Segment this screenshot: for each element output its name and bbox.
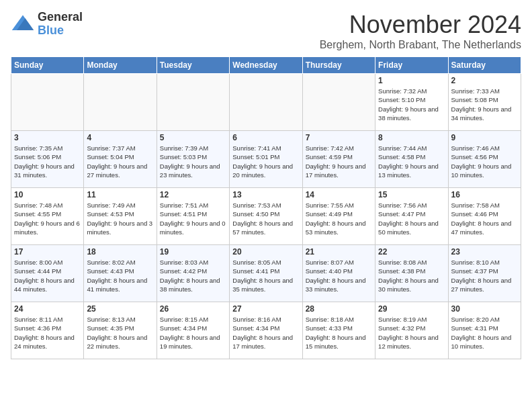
- day-info: Sunrise: 7:58 AM Sunset: 4:46 PM Dayligh…: [451, 201, 518, 236]
- calendar-cell: 5Sunrise: 7:39 AM Sunset: 5:03 PM Daylig…: [157, 131, 229, 188]
- day-number: 4: [87, 133, 153, 142]
- day-number: 26: [160, 304, 226, 314]
- calendar-cell: 27Sunrise: 8:16 AM Sunset: 4:34 PM Dayli…: [230, 302, 302, 359]
- day-number: 27: [232, 304, 299, 314]
- calendar-cell: 30Sunrise: 8:20 AM Sunset: 4:31 PM Dayli…: [448, 302, 521, 359]
- day-info: Sunrise: 8:10 AM Sunset: 4:37 PM Dayligh…: [451, 258, 518, 293]
- calendar-cell: 9Sunrise: 7:46 AM Sunset: 4:56 PM Daylig…: [448, 131, 521, 188]
- day-number: 21: [306, 247, 372, 257]
- logo-blue-text: Blue: [38, 24, 83, 38]
- logo: General Blue: [11, 11, 83, 38]
- calendar-cell: [11, 74, 84, 131]
- day-number: 14: [306, 190, 372, 199]
- day-info: Sunrise: 8:19 AM Sunset: 4:32 PM Dayligh…: [378, 315, 445, 351]
- day-info: Sunrise: 7:32 AM Sunset: 5:10 PM Dayligh…: [378, 87, 445, 122]
- calendar-cell: [230, 74, 302, 131]
- calendar-cell: 14Sunrise: 7:55 AM Sunset: 4:49 PM Dayli…: [302, 188, 375, 245]
- weekday-header-sunday: Sunday: [11, 57, 84, 74]
- day-number: 11: [87, 190, 153, 199]
- calendar-cell: 25Sunrise: 8:13 AM Sunset: 4:35 PM Dayli…: [84, 302, 157, 359]
- day-info: Sunrise: 7:55 AM Sunset: 4:49 PM Dayligh…: [306, 201, 372, 236]
- day-number: 2: [451, 76, 518, 85]
- calendar-cell: 2Sunrise: 7:33 AM Sunset: 5:08 PM Daylig…: [448, 74, 521, 131]
- day-info: Sunrise: 7:41 AM Sunset: 5:01 PM Dayligh…: [232, 144, 299, 179]
- day-info: Sunrise: 8:11 AM Sunset: 4:36 PM Dayligh…: [14, 315, 81, 351]
- calendar-cell: 17Sunrise: 8:00 AM Sunset: 4:44 PM Dayli…: [11, 245, 84, 302]
- day-info: Sunrise: 7:42 AM Sunset: 4:59 PM Dayligh…: [306, 144, 372, 179]
- day-number: 8: [378, 133, 445, 142]
- calendar-cell: 29Sunrise: 8:19 AM Sunset: 4:32 PM Dayli…: [375, 302, 448, 359]
- calendar-cell: 23Sunrise: 8:10 AM Sunset: 4:37 PM Dayli…: [448, 245, 521, 302]
- calendar-cell: 6Sunrise: 7:41 AM Sunset: 5:01 PM Daylig…: [230, 131, 302, 188]
- day-number: 1: [378, 76, 445, 85]
- month-title: November 2024: [320, 11, 521, 39]
- day-info: Sunrise: 8:00 AM Sunset: 4:44 PM Dayligh…: [14, 258, 81, 293]
- weekday-header-monday: Monday: [84, 57, 157, 74]
- week-row-4: 17Sunrise: 8:00 AM Sunset: 4:44 PM Dayli…: [11, 245, 521, 302]
- day-info: Sunrise: 8:03 AM Sunset: 4:42 PM Dayligh…: [160, 258, 226, 293]
- day-number: 22: [378, 247, 445, 257]
- subtitle: Berghem, North Brabant, The Netherlands: [320, 39, 521, 51]
- calendar-cell: [157, 74, 229, 131]
- weekday-header-row: SundayMondayTuesdayWednesdayThursdayFrid…: [11, 57, 521, 74]
- day-info: Sunrise: 7:44 AM Sunset: 4:58 PM Dayligh…: [378, 144, 445, 179]
- calendar-cell: 16Sunrise: 7:58 AM Sunset: 4:46 PM Dayli…: [448, 188, 521, 245]
- calendar-cell: 28Sunrise: 8:18 AM Sunset: 4:33 PM Dayli…: [302, 302, 375, 359]
- day-info: Sunrise: 8:18 AM Sunset: 4:33 PM Dayligh…: [306, 315, 372, 351]
- calendar-cell: 22Sunrise: 8:08 AM Sunset: 4:38 PM Dayli…: [375, 245, 448, 302]
- week-row-3: 10Sunrise: 7:48 AM Sunset: 4:55 PM Dayli…: [11, 188, 521, 245]
- day-info: Sunrise: 8:02 AM Sunset: 4:43 PM Dayligh…: [87, 258, 153, 293]
- day-info: Sunrise: 7:51 AM Sunset: 4:51 PM Dayligh…: [160, 201, 226, 236]
- calendar-table: SundayMondayTuesdayWednesdayThursdayFrid…: [11, 56, 521, 359]
- calendar-cell: 19Sunrise: 8:03 AM Sunset: 4:42 PM Dayli…: [157, 245, 229, 302]
- calendar-cell: 1Sunrise: 7:32 AM Sunset: 5:10 PM Daylig…: [375, 74, 448, 131]
- day-info: Sunrise: 7:48 AM Sunset: 4:55 PM Dayligh…: [14, 201, 81, 236]
- day-info: Sunrise: 8:20 AM Sunset: 4:31 PM Dayligh…: [451, 315, 518, 351]
- day-info: Sunrise: 8:08 AM Sunset: 4:38 PM Dayligh…: [378, 258, 445, 293]
- day-info: Sunrise: 8:16 AM Sunset: 4:34 PM Dayligh…: [232, 315, 299, 351]
- day-info: Sunrise: 8:05 AM Sunset: 4:41 PM Dayligh…: [232, 258, 299, 293]
- day-info: Sunrise: 7:37 AM Sunset: 5:04 PM Dayligh…: [87, 144, 153, 179]
- day-number: 18: [87, 247, 153, 257]
- day-info: Sunrise: 7:46 AM Sunset: 4:56 PM Dayligh…: [451, 144, 518, 179]
- calendar-cell: 11Sunrise: 7:49 AM Sunset: 4:53 PM Dayli…: [84, 188, 157, 245]
- day-number: 12: [160, 190, 226, 199]
- day-info: Sunrise: 7:53 AM Sunset: 4:50 PM Dayligh…: [232, 201, 299, 236]
- week-row-1: 1Sunrise: 7:32 AM Sunset: 5:10 PM Daylig…: [11, 74, 521, 131]
- weekday-header-wednesday: Wednesday: [230, 57, 302, 74]
- calendar-cell: [84, 74, 157, 131]
- day-number: 9: [451, 133, 518, 142]
- day-info: Sunrise: 7:35 AM Sunset: 5:06 PM Dayligh…: [14, 144, 81, 179]
- week-row-2: 3Sunrise: 7:35 AM Sunset: 5:06 PM Daylig…: [11, 131, 521, 188]
- week-row-5: 24Sunrise: 8:11 AM Sunset: 4:36 PM Dayli…: [11, 302, 521, 359]
- day-number: 17: [14, 247, 81, 257]
- day-info: Sunrise: 7:56 AM Sunset: 4:47 PM Dayligh…: [378, 201, 445, 236]
- day-number: 15: [378, 190, 445, 199]
- day-number: 10: [14, 190, 81, 199]
- day-info: Sunrise: 7:33 AM Sunset: 5:08 PM Dayligh…: [451, 87, 518, 122]
- calendar-cell: 4Sunrise: 7:37 AM Sunset: 5:04 PM Daylig…: [84, 131, 157, 188]
- day-number: 13: [232, 190, 299, 199]
- day-number: 6: [232, 133, 299, 142]
- weekday-header-friday: Friday: [375, 57, 448, 74]
- day-number: 7: [306, 133, 372, 142]
- day-number: 20: [232, 247, 299, 257]
- calendar-cell: 10Sunrise: 7:48 AM Sunset: 4:55 PM Dayli…: [11, 188, 84, 245]
- weekday-header-saturday: Saturday: [448, 57, 521, 74]
- logo-icon: [11, 12, 35, 36]
- day-info: Sunrise: 7:49 AM Sunset: 4:53 PM Dayligh…: [87, 201, 153, 236]
- logo-general-text: General: [38, 11, 83, 24]
- day-info: Sunrise: 8:07 AM Sunset: 4:40 PM Dayligh…: [306, 258, 372, 293]
- calendar-cell: 12Sunrise: 7:51 AM Sunset: 4:51 PM Dayli…: [157, 188, 229, 245]
- header: General Blue November 2024 Berghem, Nort…: [11, 11, 521, 51]
- day-number: 29: [378, 304, 445, 314]
- day-info: Sunrise: 7:39 AM Sunset: 5:03 PM Dayligh…: [160, 144, 226, 179]
- weekday-header-thursday: Thursday: [302, 57, 375, 74]
- calendar-cell: 18Sunrise: 8:02 AM Sunset: 4:43 PM Dayli…: [84, 245, 157, 302]
- calendar-cell: 7Sunrise: 7:42 AM Sunset: 4:59 PM Daylig…: [302, 131, 375, 188]
- day-info: Sunrise: 8:13 AM Sunset: 4:35 PM Dayligh…: [87, 315, 153, 351]
- day-number: 24: [14, 304, 81, 314]
- calendar-cell: 21Sunrise: 8:07 AM Sunset: 4:40 PM Dayli…: [302, 245, 375, 302]
- day-number: 30: [451, 304, 518, 314]
- day-number: 16: [451, 190, 518, 199]
